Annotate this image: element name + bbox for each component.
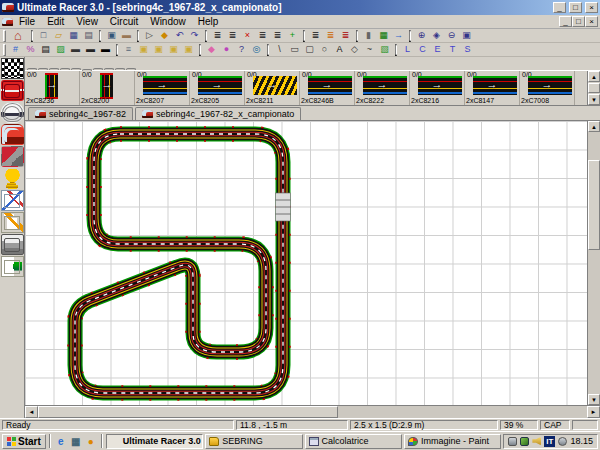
toolbar-button-connector-s[interactable]: S <box>460 43 475 56</box>
toolbar-button-copy[interactable]: ▣ <box>104 29 119 42</box>
menu-view[interactable]: View <box>70 15 104 28</box>
palette-scroll-down-icon[interactable]: ▼ <box>588 94 600 105</box>
document-tab-sebring4c-1967-82-x-campionato[interactable]: sebring4c_1967-82_x_campionato <box>135 107 301 120</box>
palette-piece-c8211[interactable]: 0/0 → 2xC8211 <box>245 71 300 105</box>
toolbar-handle[interactable] <box>3 44 6 56</box>
toolbar-button-colors[interactable]: ● <box>219 43 234 56</box>
palette-piece-c8216[interactable]: 0/0 → 2xC8216 <box>410 71 465 105</box>
palette-piece-c8207[interactable]: 0/0 → 2xC8207 <box>135 71 190 105</box>
menu-circuit[interactable]: Circuit <box>104 15 144 28</box>
toolbar-button-draw-roundrect[interactable]: ▢ <box>302 43 317 56</box>
track-canvas[interactable] <box>25 121 587 405</box>
minimize-button[interactable]: _ <box>553 2 566 13</box>
toolbar-button-piece-delete[interactable]: × <box>240 29 255 42</box>
toolbar-button-paste[interactable]: ▬ <box>119 29 134 42</box>
toolbar-button-zoom-in[interactable]: ⊕ <box>414 29 429 42</box>
toolbar-button-background-image[interactable]: ▨ <box>53 43 68 56</box>
toolbar-button-piece-insert[interactable]: + <box>285 29 300 42</box>
toolbar-button-piece-driver[interactable]: ≣ <box>338 29 353 42</box>
scroll-up-icon[interactable]: ▲ <box>588 121 600 132</box>
sidebar-button-export[interactable] <box>1 256 24 277</box>
volume-icon[interactable] <box>532 437 541 446</box>
task-button-calcolatrice[interactable]: Calcolatrice <box>305 434 402 449</box>
sidebar-button-edit-notes[interactable] <box>1 212 24 233</box>
child-restore-button[interactable]: □ <box>572 16 585 27</box>
toolbar-button-save-image[interactable]: ▦ <box>376 29 391 42</box>
tray-display-icon[interactable] <box>558 437 567 446</box>
toolbar-button-connector-l[interactable]: L <box>400 43 415 56</box>
document-tab-sebring4c-1967-82[interactable]: sebring4c_1967-82 <box>28 107 133 120</box>
toolbar-button-home[interactable]: ⌂ <box>8 29 28 42</box>
toolbar-button-draw-curve[interactable]: ~ <box>362 43 377 56</box>
toolbar-button-layer-list[interactable]: ▤ <box>38 43 53 56</box>
toolbar-button-ungroup[interactable]: ▣ <box>181 43 196 56</box>
toolbar-button-lock[interactable]: ▮ <box>361 29 376 42</box>
toolbar-button-draw-ellipse[interactable]: ○ <box>317 43 332 56</box>
palette-piece-c8147[interactable]: 0/0 → 2xC8147 <box>465 71 520 105</box>
toolbar-button-group[interactable]: ▣ <box>166 43 181 56</box>
menu-file[interactable]: File <box>13 15 41 28</box>
palette-piece-c8205[interactable]: 0/0 → 2xC8205 <box>190 71 245 105</box>
start-button[interactable]: Start <box>2 434 46 449</box>
sidebar-button-car-red[interactable] <box>1 124 24 145</box>
task-button-paint[interactable]: Immagine - Paint <box>404 434 501 449</box>
toolbar-button-piece-curve[interactable]: ≣ <box>225 29 240 42</box>
toolbar-button-new-file[interactable]: □ <box>36 29 51 42</box>
task-button-ultimate-racer[interactable]: Ultimate Racer 3.0 - [s... <box>106 434 203 449</box>
close-button[interactable]: × <box>585 2 598 13</box>
quick-launch-button-show-desktop[interactable]: ▦ <box>69 434 83 448</box>
sidebar-button-stats-chart[interactable] <box>1 190 24 211</box>
toolbar-button-zoom-fit[interactable]: ▣ <box>459 29 474 42</box>
toolbar-button-line-medium[interactable]: ▬ <box>83 43 98 56</box>
restore-button[interactable]: □ <box>569 2 582 13</box>
sidebar-button-race-cars[interactable] <box>1 80 24 101</box>
toolbar-button-pan[interactable]: → <box>391 29 406 42</box>
tray-device-icon[interactable] <box>508 437 517 446</box>
palette-scroll-up-icon[interactable]: ▲ <box>588 71 600 82</box>
scroll-left-icon[interactable]: ◄ <box>25 406 38 418</box>
palette-piece-c8222[interactable]: 0/0 → 2xC8222 <box>355 71 410 105</box>
toolbar-button-send-back[interactable]: ▣ <box>151 43 166 56</box>
toolbar-button-fill-tool[interactable]: ◆ <box>157 29 172 42</box>
toolbar-button-draw-rect[interactable]: ▭ <box>287 43 302 56</box>
menu-edit[interactable]: Edit <box>41 15 70 28</box>
toolbar-button-eraser[interactable]: ◆ <box>204 43 219 56</box>
sidebar-button-print[interactable] <box>1 234 24 255</box>
toolbar-button-piece-straight[interactable]: ≣ <box>210 29 225 42</box>
toolbar-button-scale-percent[interactable]: % <box>23 43 38 56</box>
toolbar-button-draw-text[interactable]: A <box>332 43 347 56</box>
horizontal-scroll-track[interactable] <box>338 406 587 418</box>
language-indicator[interactable]: IT <box>544 436 555 447</box>
vertical-scroll-track[interactable] <box>588 250 600 394</box>
toolbar-button-zoom-region[interactable]: ◈ <box>429 29 444 42</box>
toolbar-button-connector-e[interactable]: E <box>430 43 445 56</box>
toolbar-button-grid-toggle[interactable]: # <box>8 43 23 56</box>
toolbar-button-open-file[interactable]: ▱ <box>51 29 66 42</box>
quick-launch-button-media[interactable]: ● <box>84 434 98 448</box>
tray-network-icon[interactable] <box>520 437 529 446</box>
child-close-button[interactable]: × <box>585 16 598 27</box>
toolbar-button-save-file[interactable]: ▦ <box>66 29 81 42</box>
toolbar-button-undo[interactable]: ↶ <box>172 29 187 42</box>
toolbar-button-zoom-out[interactable]: ⊖ <box>444 29 459 42</box>
menu-window[interactable]: Window <box>144 15 192 28</box>
toolbar-button-piece-split[interactable]: ≣ <box>270 29 285 42</box>
toolbar-button-draw-image[interactable]: ▧ <box>377 43 392 56</box>
sidebar-button-trophy[interactable] <box>1 168 24 189</box>
palette-piece-c8246b[interactable]: 0/0 → 2xC8246B <box>300 71 355 105</box>
toolbar-button-piece-marker[interactable]: ≣ <box>323 29 338 42</box>
toolbar-button-piece-replace[interactable]: ≣ <box>255 29 270 42</box>
quick-launch-button-internet-explorer[interactable]: e <box>54 434 68 448</box>
toolbar-handle[interactable] <box>3 30 6 42</box>
palette-piece-c8236[interactable]: 0/0 → 2xC8236 <box>25 71 80 105</box>
toolbar-button-web[interactable]: ◎ <box>249 43 264 56</box>
scroll-down-icon[interactable]: ▼ <box>588 394 600 405</box>
task-button-sebring-folder[interactable]: SEBRING <box>205 434 302 449</box>
menu-help[interactable]: Help <box>192 15 225 28</box>
toolbar-button-help[interactable]: ? <box>234 43 249 56</box>
toolbar-button-connector-t[interactable]: T <box>445 43 460 56</box>
toolbar-button-redo[interactable]: ↷ <box>187 29 202 42</box>
scroll-right-icon[interactable]: ► <box>587 406 600 418</box>
toolbar-button-line-thick[interactable]: ▬ <box>98 43 113 56</box>
design-canvas[interactable] <box>25 121 587 405</box>
